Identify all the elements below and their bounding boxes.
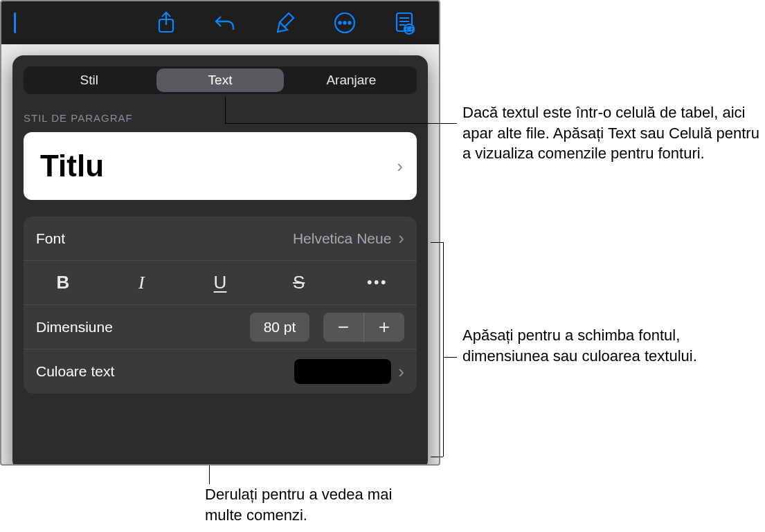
paragraph-style-label: STIL DE PARAGRAF	[24, 112, 417, 124]
font-card: Font Helvetica Neue › B I U S ••• Dimens…	[24, 217, 417, 394]
tab-style[interactable]: Stil	[26, 68, 152, 92]
leader-bracket	[443, 242, 444, 457]
size-increase-button[interactable]: +	[364, 313, 404, 342]
paragraph-style-row[interactable]: Titlu ›	[24, 132, 417, 200]
svg-point-4	[348, 21, 350, 24]
italic-button[interactable]: I	[102, 261, 181, 304]
svg-point-3	[343, 21, 345, 24]
leader-line	[225, 123, 457, 124]
tab-arrange[interactable]: Aranjare	[288, 68, 415, 92]
size-value[interactable]: 80 pt	[250, 313, 309, 342]
size-stepper: − +	[323, 313, 404, 342]
leader-line	[443, 357, 457, 358]
app-frame: Stil Text Aranjare STIL DE PARAGRAF Titl…	[0, 0, 440, 466]
leader-line	[209, 465, 210, 484]
format-button[interactable]	[270, 8, 300, 38]
paragraph-style-value: Titlu	[40, 149, 104, 183]
undo-icon	[214, 12, 237, 33]
more-button[interactable]	[330, 8, 360, 38]
text-color-label: Culoare text	[36, 363, 114, 380]
svg-point-2	[339, 21, 341, 24]
font-label: Font	[36, 230, 65, 247]
brush-icon	[275, 11, 296, 35]
leader-line	[225, 97, 226, 123]
share-icon	[156, 11, 176, 35]
size-row: Dimensiune 80 pt − +	[24, 305, 417, 349]
font-row[interactable]: Font Helvetica Neue ›	[24, 217, 417, 261]
edge-indicator	[14, 12, 18, 33]
annotation-scroll: Derulați pentru a vedea mai multe comenz…	[205, 484, 426, 525]
view-mode-button[interactable]	[389, 8, 420, 38]
tab-text[interactable]: Text	[156, 68, 283, 92]
font-value: Helvetica Neue	[293, 230, 391, 247]
annotation-tabs: Dacă textul este într-o celulă de tabel,…	[462, 102, 762, 164]
chevron-right-icon: ›	[397, 156, 403, 177]
underline-button[interactable]: U	[181, 261, 260, 304]
size-label: Dimensiune	[36, 319, 113, 336]
text-more-button[interactable]: •••	[338, 261, 417, 304]
more-icon	[333, 11, 357, 35]
top-toolbar	[1, 1, 439, 44]
text-color-swatch	[294, 359, 391, 384]
text-style-buttons: B I U S •••	[24, 261, 417, 305]
page-mode-icon	[394, 11, 415, 35]
svg-point-7	[408, 28, 411, 30]
bold-button[interactable]: B	[24, 261, 102, 304]
leader-bracket	[431, 457, 443, 457]
tabs: Stil Text Aranjare	[24, 66, 417, 94]
chevron-right-icon: ›	[398, 361, 404, 383]
strike-button[interactable]: S	[260, 261, 339, 304]
format-popover: Stil Text Aranjare STIL DE PARAGRAF Titl…	[12, 55, 428, 466]
toolbar-buttons	[151, 8, 420, 38]
size-decrease-button[interactable]: −	[323, 313, 363, 342]
leader-bracket	[431, 242, 443, 243]
share-button[interactable]	[151, 8, 181, 38]
canvas: Stil Text Aranjare STIL DE PARAGRAF Titl…	[0, 0, 765, 532]
annotation-font: Apăsați pentru a schimba fontul, dimensi…	[462, 325, 739, 366]
undo-button[interactable]	[210, 8, 241, 38]
text-color-row[interactable]: Culoare text ›	[24, 349, 417, 394]
chevron-right-icon: ›	[398, 228, 404, 249]
